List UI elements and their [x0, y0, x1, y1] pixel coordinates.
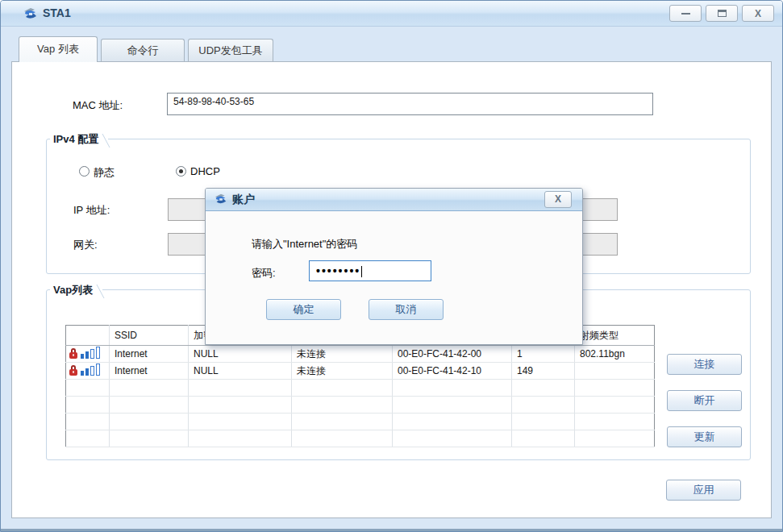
tab-udp-tool[interactable]: UDP发包工具	[188, 39, 273, 62]
cell-ssid: Internet	[110, 346, 189, 363]
cell-bssid: 00-E0-FC-41-42-00	[393, 346, 512, 363]
refresh-button[interactable]: 更新	[667, 426, 742, 447]
table-empty-row	[66, 397, 655, 414]
connect-button[interactable]: 连接	[667, 354, 742, 375]
cancel-button[interactable]: 取消	[369, 299, 444, 320]
static-radio-label: 静态	[94, 165, 115, 180]
table-empty-row	[66, 414, 655, 430]
password-input[interactable]: ••••••••	[309, 260, 431, 281]
cell-ssid: Internet	[110, 363, 189, 380]
dialog-close-button[interactable]: X	[544, 191, 572, 208]
ensp-app-icon	[23, 6, 39, 21]
apply-button[interactable]: 应用	[666, 480, 741, 501]
password-label: 密码:	[252, 266, 276, 281]
table-row[interactable]: Internet NULL 未连接 00-E0-FC-41-42-10 149	[66, 363, 655, 380]
password-prompt: 请输入"Internet"的密码	[252, 237, 357, 251]
cell-radio-type: 802.11bgn	[575, 346, 655, 363]
ok-button[interactable]: 确定	[266, 299, 341, 320]
dialog-titlebar[interactable]: 账户 X	[206, 189, 582, 211]
ensp-dialog-icon	[214, 193, 228, 206]
cell-encryption: NULL	[189, 346, 292, 363]
text-caret	[361, 266, 362, 277]
signal-bars-icon	[81, 371, 84, 376]
col-ssid: SSID	[110, 326, 189, 346]
ipv4-config-group-label: IPv4 配置	[50, 132, 108, 147]
static-radio[interactable]	[79, 166, 90, 177]
col-radio-type: 射频类型	[575, 326, 655, 346]
dialog-title: 账户	[232, 193, 255, 207]
cell-status: 未连接	[292, 363, 393, 380]
mac-address-label: MAC 地址:	[73, 98, 123, 113]
cell-bssid: 00-E0-FC-41-42-10	[393, 363, 512, 380]
table-row[interactable]: Internet NULL 未连接 00-E0-FC-41-42-00 1 80…	[66, 346, 655, 363]
dhcp-radio-label: DHCP	[190, 165, 220, 177]
lock-icon	[69, 365, 77, 376]
disconnect-button[interactable]: 断开	[667, 390, 742, 411]
gateway-label: 网关:	[73, 238, 98, 252]
maximize-button[interactable]	[706, 5, 738, 22]
mac-address-input[interactable]: 54-89-98-40-53-65	[167, 93, 653, 115]
radio-selected-dot	[179, 169, 183, 173]
cell-radio-type	[575, 363, 655, 380]
account-dialog: 账户 X 请输入"Internet"的密码 密码: •••••••• 确定 取消	[205, 188, 583, 345]
minimize-button[interactable]	[669, 5, 702, 22]
cell-channel: 149	[512, 363, 575, 380]
table-empty-row	[66, 430, 655, 447]
lock-icon	[69, 348, 77, 359]
cell-encryption: NULL	[189, 363, 292, 380]
vap-list-group-label: Vap列表	[50, 283, 102, 297]
sta1-window: STA1 X Vap 列表 命令行 UDP发包工具 MAC 地址: 54-89-…	[0, 0, 783, 532]
tab-vap-list[interactable]: Vap 列表	[19, 36, 98, 62]
ip-address-label: IP 地址:	[73, 203, 110, 218]
titlebar[interactable]: STA1 X	[1, 1, 782, 27]
maximize-icon	[718, 10, 727, 17]
cell-status: 未连接	[292, 346, 393, 363]
dhcp-radio[interactable]	[176, 166, 186, 177]
close-button[interactable]: X	[742, 5, 774, 22]
signal-bars-icon	[81, 354, 84, 359]
col-icon	[66, 326, 110, 346]
minimize-icon	[681, 13, 690, 15]
tab-command-line[interactable]: 命令行	[101, 39, 185, 62]
window-title: STA1	[43, 6, 71, 19]
window-controls: X	[669, 5, 774, 22]
cell-channel: 1	[512, 346, 575, 363]
password-masked-value: ••••••••	[316, 264, 360, 277]
table-empty-row	[66, 380, 655, 397]
